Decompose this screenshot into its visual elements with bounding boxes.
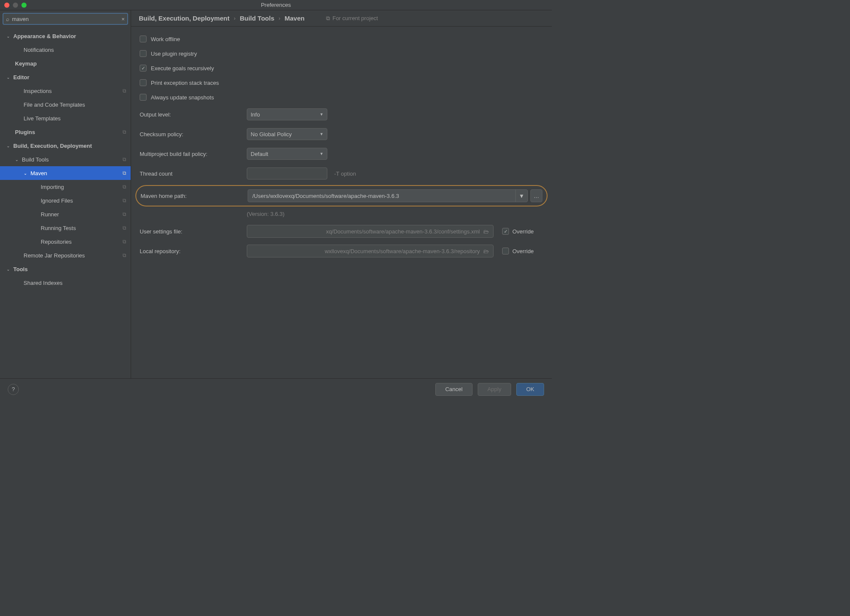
window-title: Preferences <box>261 2 291 8</box>
apply-button[interactable]: Apply <box>478 383 512 396</box>
thread-count-label: Thread count <box>140 170 247 177</box>
chevron-down-icon: ⌄ <box>15 157 20 162</box>
tree-build-tools[interactable]: ⌄ Build Tools ⧉ <box>0 153 131 166</box>
work-offline-row[interactable]: Work offline <box>140 32 543 46</box>
tree-importing[interactable]: Importing ⧉ <box>0 180 131 194</box>
folder-icon[interactable]: 🗁 <box>483 248 489 254</box>
cancel-button[interactable]: Cancel <box>435 383 472 396</box>
profile-icon: ⧉ <box>123 197 126 203</box>
search-box[interactable]: ⌕ × <box>3 13 128 25</box>
tree-build-execution-deployment[interactable]: ⌄ Build, Execution, Deployment <box>0 139 131 153</box>
browse-button[interactable]: … <box>530 189 542 202</box>
search-input[interactable] <box>12 16 121 22</box>
window-controls <box>0 3 27 8</box>
user-settings-label: User settings file: <box>140 228 247 235</box>
tree-appearance-behavior[interactable]: ⌄ Appearance & Behavior <box>0 29 131 43</box>
chevron-right-icon: › <box>278 15 280 21</box>
checksum-policy-label: Checksum policy: <box>140 131 247 138</box>
chevron-right-icon: › <box>234 15 236 21</box>
execute-goals-recursively-checkbox[interactable] <box>140 65 147 72</box>
titlebar: Preferences <box>0 0 552 10</box>
breadcrumb-item[interactable]: Build, Execution, Deployment <box>139 15 230 22</box>
chevron-down-icon: ⌄ <box>24 171 29 176</box>
user-settings-input[interactable]: xq/Documents/software/apache-maven-3.6.3… <box>247 225 494 238</box>
tree-editor[interactable]: ⌄ Editor <box>0 70 131 84</box>
tree-keymap[interactable]: Keymap <box>0 57 131 70</box>
output-level-dropdown[interactable]: Info ▼ <box>247 108 327 120</box>
close-icon[interactable] <box>4 3 9 8</box>
always-update-snapshots-checkbox[interactable] <box>140 94 147 101</box>
local-repo-label: Local repository: <box>140 248 247 254</box>
maven-home-row: Maven home path: /Users/wxllovexq/Docume… <box>135 185 548 206</box>
sidebar: ⌕ × ⌄ Appearance & Behavior Notification… <box>0 10 131 378</box>
multiproject-dropdown[interactable]: Default ▼ <box>247 148 327 160</box>
profile-icon: ⧉ <box>123 184 126 190</box>
profile-icon: ⧉ <box>123 170 126 176</box>
work-offline-checkbox[interactable] <box>140 36 147 42</box>
local-repo-override-checkbox[interactable] <box>502 248 509 254</box>
tree-maven[interactable]: ⌄ Maven ⧉ <box>0 166 131 180</box>
tree-shared-indexes[interactable]: Shared Indexes <box>0 276 131 290</box>
chevron-down-icon: ⌄ <box>6 34 12 39</box>
user-settings-override-checkbox[interactable] <box>502 228 509 235</box>
chevron-down-icon: ▼ <box>320 132 323 136</box>
maven-home-label: Maven home path: <box>141 193 248 199</box>
use-plugin-registry-checkbox[interactable] <box>140 50 147 57</box>
chevron-down-icon: ⌄ <box>6 75 12 80</box>
folder-icon[interactable]: 🗁 <box>483 228 489 235</box>
search-icon: ⌕ <box>6 16 9 22</box>
use-plugin-registry-row[interactable]: Use plugin registry <box>140 46 543 61</box>
tree-repositories[interactable]: Repositories ⧉ <box>0 235 131 248</box>
execute-goals-recursively-row[interactable]: Execute goals recursively <box>140 61 543 75</box>
minimize-icon[interactable] <box>13 3 18 8</box>
content-panel: Build, Execution, Deployment › Build Too… <box>131 10 552 378</box>
tree-file-code-templates[interactable]: File and Code Templates <box>0 98 131 111</box>
profile-icon: ⧉ <box>123 252 126 258</box>
tree-plugins[interactable]: Plugins ⧉ <box>0 125 131 139</box>
local-repo-override[interactable]: Override <box>502 248 534 254</box>
tree-inspections[interactable]: Inspections ⧉ <box>0 84 131 98</box>
settings-tree: ⌄ Appearance & Behavior Notifications Ke… <box>0 27 131 378</box>
tree-remote-jar-repositories[interactable]: Remote Jar Repositories ⧉ <box>0 248 131 262</box>
thread-count-input[interactable] <box>247 167 327 179</box>
chevron-down-icon: ⌄ <box>6 144 12 148</box>
user-settings-override[interactable]: Override <box>502 228 534 235</box>
output-level-row: Output level: Info ▼ <box>140 105 543 124</box>
tree-tools[interactable]: ⌄ Tools <box>0 262 131 276</box>
tree-running-tests[interactable]: Running Tests ⧉ <box>0 221 131 235</box>
tree-notifications[interactable]: Notifications <box>0 43 131 57</box>
help-button[interactable]: ? <box>8 384 19 395</box>
tree-runner[interactable]: Runner ⧉ <box>0 207 131 221</box>
maximize-icon[interactable] <box>21 3 27 8</box>
profile-icon: ⧉ <box>123 129 126 135</box>
profile-icon: ⧉ <box>123 225 126 231</box>
footer: ? Cancel Apply OK <box>0 378 552 400</box>
breadcrumb-item[interactable]: Build Tools <box>240 15 275 22</box>
version-text: (Version: 3.6.3) <box>247 208 543 221</box>
user-settings-row: User settings file: xq/Documents/softwar… <box>140 221 543 241</box>
tree-live-templates[interactable]: Live Templates <box>0 111 131 125</box>
clear-search-icon[interactable]: × <box>121 16 125 22</box>
profile-icon: ⧉ <box>123 88 126 94</box>
ok-button[interactable]: OK <box>516 383 544 396</box>
maven-home-dropdown[interactable]: /Users/wxllovexq/Documents/software/apac… <box>248 189 528 202</box>
scope-indicator: ⧉ For current project <box>326 15 378 22</box>
always-update-snapshots-row[interactable]: Always update snapshots <box>140 90 543 105</box>
chevron-down-icon: ⌄ <box>6 267 12 272</box>
breadcrumb-item: Maven <box>284 15 305 22</box>
profile-icon: ⧉ <box>123 239 126 245</box>
multiproject-label: Multiproject build fail policy: <box>140 151 247 157</box>
print-exception-stack-traces-row[interactable]: Print exception stack traces <box>140 75 543 90</box>
thread-count-row: Thread count -T option <box>140 164 543 183</box>
thread-count-hint: -T option <box>334 170 356 177</box>
local-repo-row: Local repository: wxllovexq/Documents/so… <box>140 241 543 261</box>
print-exception-stack-traces-checkbox[interactable] <box>140 79 147 86</box>
content-body: Work offline Use plugin registry Execute… <box>131 27 552 378</box>
output-level-label: Output level: <box>140 111 247 118</box>
checksum-policy-dropdown[interactable]: No Global Policy ▼ <box>247 128 327 140</box>
profile-icon: ⧉ <box>123 156 126 162</box>
chevron-down-icon: ▼ <box>320 112 323 117</box>
tree-ignored-files[interactable]: Ignored Files ⧉ <box>0 194 131 207</box>
local-repo-input[interactable]: wxllovexq/Documents/software/apache-mave… <box>247 245 494 257</box>
chevron-down-icon: ▼ <box>515 190 527 202</box>
